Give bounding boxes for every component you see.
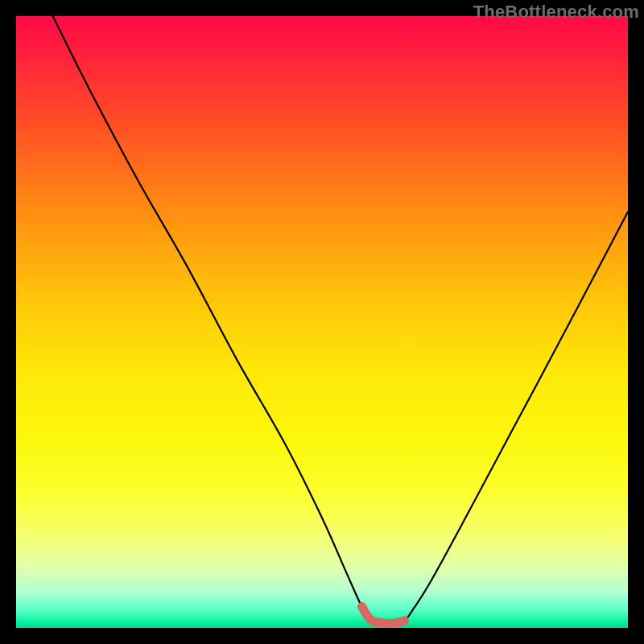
plot-area	[16, 16, 628, 628]
bottleneck-curve	[53, 16, 628, 623]
watermark-label: TheBottleneck.com	[473, 2, 639, 23]
chart-frame: TheBottleneck.com	[0, 0, 644, 644]
chart-svg	[16, 16, 628, 628]
near-optimal-highlight	[361, 606, 404, 623]
